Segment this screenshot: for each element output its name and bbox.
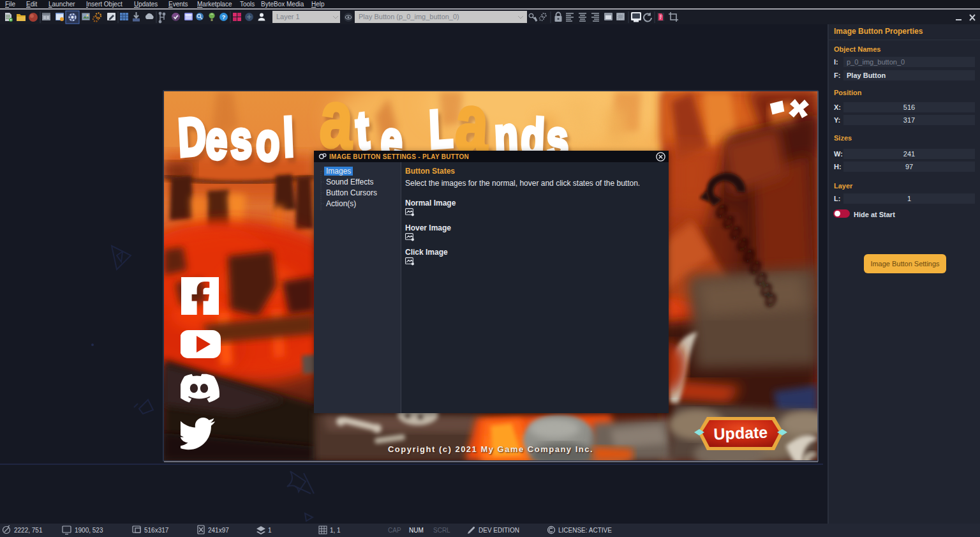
svg-text:D: D (177, 105, 207, 168)
svg-text:?: ? (222, 14, 226, 20)
svg-text:o: o (255, 110, 281, 172)
svg-text:s: s (229, 109, 253, 170)
svg-text:Update: Update (713, 423, 768, 443)
svg-text:Play Button (p_0_img_button_0): Play Button (p_0_img_button_0) (359, 13, 459, 20)
svg-text:Layer 1: Layer 1 (276, 13, 300, 20)
svg-text:l: l (282, 107, 295, 168)
svg-text:e: e (205, 109, 228, 170)
